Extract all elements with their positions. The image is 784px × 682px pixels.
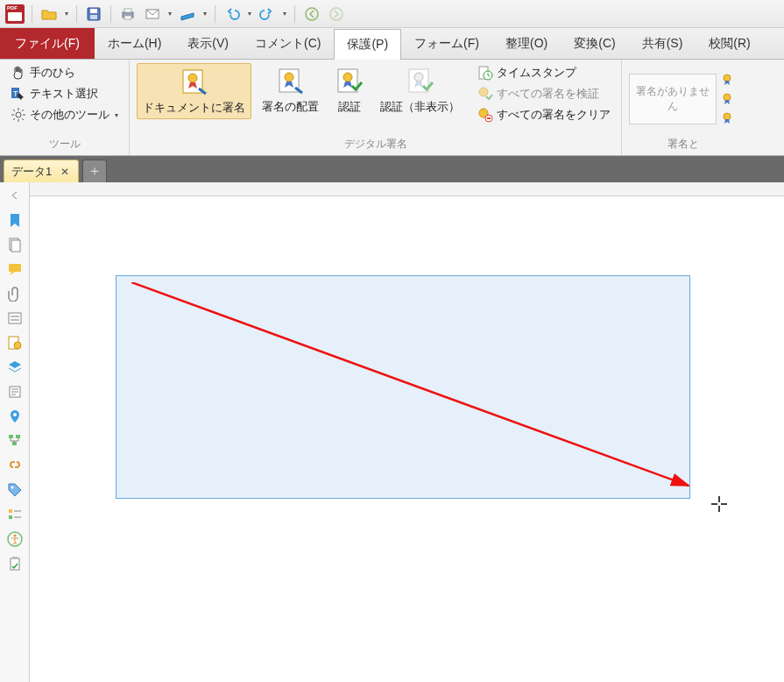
tab-comment[interactable]: コメント(C) (242, 28, 334, 59)
accessibility-icon (7, 531, 23, 547)
nav-back-button[interactable] (300, 3, 323, 25)
mail-dropdown[interactable]: ▾ (166, 10, 174, 18)
thumbnails-panel-button[interactable] (5, 235, 25, 254)
mail-icon (145, 6, 160, 22)
paperclip-icon (7, 286, 23, 302)
separator (76, 5, 77, 23)
undo-dropdown[interactable]: ▾ (245, 10, 254, 18)
pin-icon (7, 408, 23, 424)
bookmark-icon (7, 212, 23, 228)
other-tools-label: その他のツール (30, 107, 109, 123)
text-select-button[interactable]: T テキスト選択 (7, 84, 122, 103)
app-icon (4, 3, 26, 25)
redo-button[interactable] (256, 3, 279, 25)
separator (294, 5, 295, 23)
certificate-place-icon (276, 67, 306, 96)
group-tools: 手のひら T テキスト選択 その他のツール ▾ ツール (0, 60, 130, 155)
crosshair-cursor (711, 496, 727, 516)
folder-open-icon (41, 6, 57, 22)
workspace (0, 182, 784, 682)
spelling-panel-button[interactable] (5, 505, 25, 524)
undo-icon (224, 6, 240, 22)
arrow-right-circle-icon (328, 6, 344, 22)
open-button[interactable] (38, 3, 60, 25)
sig-side-button-1[interactable] (720, 71, 738, 89)
certify-hidden-button[interactable]: 認証（非表示） (375, 63, 465, 117)
svg-text:T: T (13, 89, 18, 98)
print-button[interactable] (117, 3, 139, 25)
tab-form[interactable]: フォーム(F) (401, 28, 492, 59)
comment-icon (7, 261, 23, 277)
mail-button[interactable] (141, 3, 164, 25)
attachments-panel-button[interactable] (5, 284, 25, 303)
svg-point-11 (16, 112, 21, 117)
tab-view[interactable]: 表示(V) (174, 28, 242, 59)
document-canvas[interactable] (30, 196, 784, 682)
layers-panel-button[interactable] (5, 358, 25, 377)
certify-label: 認証 (338, 100, 361, 114)
group-digital-signature-label: デジタル署名 (137, 135, 614, 155)
scan-dropdown[interactable]: ▾ (201, 10, 209, 18)
nav-forward-button[interactable] (325, 3, 348, 25)
history-panel-button[interactable] (5, 554, 25, 573)
svg-rect-38 (9, 435, 13, 438)
tab-review[interactable]: 校閲(R) (696, 28, 763, 59)
sig-side-button-3[interactable] (720, 110, 738, 127)
document-tab[interactable]: データ1 ✕ (4, 160, 79, 182)
group-digital-signature: ドキュメントに署名 署名の配置 認証 認証（非表示） タイムスタンプ (130, 60, 622, 155)
tab-share[interactable]: 共有(S) (629, 28, 696, 59)
clear-all-label: すべての署名をクリア (497, 107, 611, 123)
svg-point-7 (306, 8, 318, 20)
svg-point-13 (188, 74, 197, 82)
printer-icon (120, 6, 136, 22)
svg-rect-43 (9, 515, 12, 519)
content-panel-button[interactable] (5, 382, 25, 401)
verify-all-button[interactable]: すべての署名を検証 (474, 84, 614, 103)
svg-rect-29 (11, 240, 20, 252)
links-panel-button[interactable] (5, 456, 25, 475)
fields-panel-button[interactable] (5, 309, 25, 328)
svg-rect-32 (11, 316, 19, 317)
ruler (30, 182, 784, 196)
pages-icon (7, 237, 23, 252)
redo-dropdown[interactable]: ▾ (280, 10, 289, 18)
svg-point-25 (724, 75, 731, 82)
accessibility-panel-button[interactable] (5, 529, 25, 549)
tab-home[interactable]: ホーム(H) (95, 28, 174, 59)
form-field-icon (7, 310, 23, 326)
bookmark-panel-button[interactable] (5, 210, 25, 230)
tab-protect[interactable]: 保護(P) (334, 29, 401, 60)
scan-button[interactable] (176, 3, 199, 25)
save-button[interactable] (82, 3, 105, 25)
certify-button[interactable]: 認証 (329, 63, 370, 117)
sig-side-button-2[interactable] (720, 90, 738, 108)
svg-rect-39 (16, 435, 20, 438)
tags-panel-button[interactable] (5, 480, 25, 500)
close-icon[interactable]: ✕ (60, 166, 69, 178)
clear-all-button[interactable]: すべての署名をクリア (474, 105, 614, 124)
undo-button[interactable] (221, 3, 244, 25)
place-signature-button[interactable]: 署名の配置 (257, 63, 324, 117)
destinations-panel-button[interactable] (5, 407, 25, 426)
place-signature-label: 署名の配置 (262, 100, 319, 114)
hand-tool-button[interactable]: 手のひら (7, 63, 122, 82)
tab-file[interactable]: ファイル(F) (0, 28, 95, 59)
layers-icon (7, 359, 23, 375)
open-dropdown[interactable]: ▾ (62, 10, 71, 18)
quick-access-toolbar: ▾ ▾ ▾ ▾ ▾ (0, 0, 784, 28)
side-panel (0, 182, 30, 682)
add-tab-button[interactable]: ＋ (82, 160, 107, 182)
svg-point-17 (343, 73, 352, 82)
tab-convert[interactable]: 変換(C) (561, 28, 628, 59)
comments-panel-button[interactable] (5, 259, 25, 279)
sign-document-button[interactable]: ドキュメントに署名 (137, 63, 251, 119)
timestamp-button[interactable]: タイムスタンプ (474, 63, 614, 82)
svg-rect-4 (124, 9, 131, 12)
save-icon (86, 6, 102, 22)
collapse-handle[interactable] (5, 186, 25, 205)
3d-panel-button[interactable] (5, 431, 25, 451)
other-tools-button[interactable]: その他のツール ▾ (7, 105, 122, 124)
tab-organize[interactable]: 整理(O) (492, 28, 561, 59)
signatures-panel-button[interactable] (5, 333, 25, 352)
svg-point-22 (479, 88, 488, 96)
